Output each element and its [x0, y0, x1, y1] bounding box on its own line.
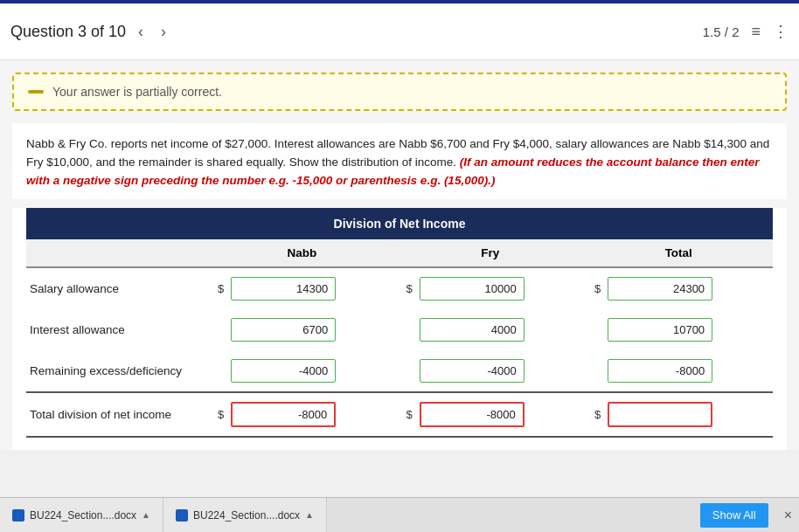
col-header-total: Total — [585, 239, 773, 267]
taskbar: BU224_Section....docx ▲ BU224_Section...… — [0, 497, 799, 532]
total-input-0[interactable] — [608, 277, 712, 301]
col-header-nabb: Nabb — [208, 239, 396, 267]
total-dollar-0: $ — [585, 267, 605, 309]
nabb-cell-0[interactable] — [227, 267, 396, 309]
total-input-2[interactable] — [608, 359, 712, 383]
word-icon-2 — [176, 509, 188, 522]
top-bar: Question 3 of 10 ‹ › 1.5 / 2 ≡ ⋮ — [0, 3, 799, 60]
show-all-button[interactable]: Show All — [700, 503, 768, 528]
table-title-cell: Division of Net Income — [26, 208, 773, 239]
table-wrap: Division of Net Income Nabb Fry Total Sa… — [12, 208, 787, 450]
partial-text: Your answer is partially correct. — [52, 85, 222, 99]
next-button[interactable]: › — [156, 19, 171, 45]
content-area: Your answer is partially correct. Nabb &… — [0, 60, 799, 450]
fry-dollar-3: $ — [396, 392, 416, 437]
total-cell-0[interactable] — [604, 267, 773, 309]
nabb-input-0[interactable] — [231, 277, 336, 301]
more-icon-button[interactable]: ⋮ — [773, 22, 789, 41]
fry-dollar-2 — [396, 350, 416, 392]
prev-button[interactable]: ‹ — [133, 19, 149, 45]
fry-input-3[interactable] — [420, 402, 525, 427]
taskbar-chevron-1: ▲ — [142, 510, 150, 520]
nabb-input-1[interactable] — [231, 318, 336, 342]
col-header-fry: Fry — [396, 239, 584, 267]
fry-cell-1[interactable] — [416, 309, 585, 350]
taskbar-item-1[interactable]: BU224_Section....docx ▲ — [0, 498, 163, 532]
total-cell-2[interactable] — [604, 350, 773, 392]
nabb-dollar-0: $ — [208, 267, 228, 309]
partial-banner: Your answer is partially correct. — [12, 73, 787, 111]
nabb-dollar-3: $ — [208, 392, 228, 437]
total-cell-1[interactable] — [604, 309, 773, 350]
taskbar-chevron-2: ▲ — [305, 510, 314, 520]
table-row: Remaining excess/deficiency — [26, 350, 773, 392]
nabb-cell-3[interactable] — [227, 392, 396, 437]
nabb-dollar-1 — [208, 309, 228, 350]
total-dollar-3: $ — [585, 392, 605, 437]
nabb-cell-1[interactable] — [227, 309, 396, 350]
fry-input-1[interactable] — [420, 318, 525, 342]
fry-input-2[interactable] — [420, 359, 525, 383]
total-input-3[interactable] — [608, 402, 712, 427]
taskbar-label-2: BU224_Section....docx — [193, 509, 300, 522]
top-bar-left: Question 3 of 10 ‹ › — [10, 19, 171, 45]
problem-text: Nabb & Fry Co. reports net income of $27… — [12, 123, 787, 199]
close-taskbar-button[interactable]: × — [777, 508, 799, 523]
fry-cell-0[interactable] — [416, 267, 585, 309]
fry-input-0[interactable] — [420, 277, 525, 301]
row-label-0: Salary allowance — [26, 267, 208, 309]
total-dollar-1 — [585, 309, 605, 350]
question-label: Question 3 of 10 — [10, 23, 126, 41]
col-header-label — [26, 239, 208, 267]
list-icon-button[interactable]: ≡ — [751, 23, 761, 41]
table-row: Interest allowance — [26, 309, 773, 350]
fry-dollar-0: $ — [396, 267, 416, 309]
nabb-input-3[interactable] — [231, 402, 336, 427]
score-label: 1.5 / 2 — [703, 24, 740, 39]
fry-cell-2[interactable] — [416, 350, 585, 392]
row-label-1: Interest allowance — [26, 309, 208, 350]
fry-cell-3[interactable] — [416, 392, 585, 437]
nabb-dollar-2 — [208, 350, 228, 392]
nabb-input-2[interactable] — [231, 359, 336, 383]
total-cell-3[interactable] — [604, 392, 773, 437]
table-title-row: Division of Net Income — [26, 208, 773, 239]
fry-dollar-1 — [396, 309, 416, 350]
total-input-1[interactable] — [608, 318, 712, 342]
word-icon-1 — [12, 509, 24, 522]
table-row: Total division of net income$$$ — [26, 392, 773, 437]
net-income-table: Division of Net Income Nabb Fry Total Sa… — [26, 208, 773, 438]
nabb-cell-2[interactable] — [227, 350, 396, 392]
total-dollar-2 — [585, 350, 605, 392]
taskbar-item-2[interactable]: BU224_Section....docx ▲ — [163, 498, 327, 532]
taskbar-label-1: BU224_Section....docx — [30, 509, 136, 522]
top-bar-right: 1.5 / 2 ≡ ⋮ — [703, 22, 789, 41]
partial-icon — [28, 90, 44, 93]
row-label-2: Remaining excess/deficiency — [26, 350, 208, 392]
col-header-row: Nabb Fry Total — [26, 239, 773, 267]
table-row: Salary allowance$$$ — [26, 267, 773, 309]
row-label-3: Total division of net income — [26, 392, 208, 437]
